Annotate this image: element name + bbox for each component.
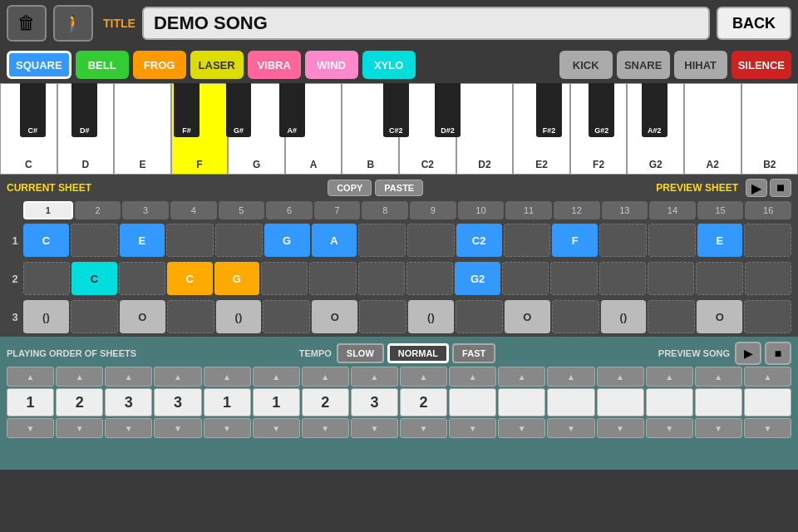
beat-cell-14[interactable]: 14 — [649, 201, 696, 219]
order-value-12[interactable] — [547, 388, 594, 416]
track-1-cell-8[interactable] — [358, 224, 406, 257]
track-3-cell-2[interactable] — [71, 300, 118, 333]
track-3-cell-11[interactable]: O — [505, 300, 550, 333]
piano-black-key-asharp2[interactable]: A#2 — [642, 83, 667, 137]
piano-black-key-asharp[interactable]: A# — [279, 83, 305, 137]
order-up-2[interactable]: ▲ — [56, 367, 103, 387]
track-2-cell-1[interactable] — [23, 262, 70, 295]
beat-cell-9[interactable]: 9 — [410, 201, 456, 219]
order-value-9[interactable]: 2 — [400, 388, 447, 416]
order-down-5[interactable]: ▼ — [204, 418, 251, 438]
beat-cell-3[interactable]: 3 — [122, 201, 169, 219]
instrument-square[interactable]: SQUARE — [7, 51, 71, 79]
order-up-10[interactable]: ▲ — [449, 367, 496, 387]
piano-black-key-csharp2[interactable]: C#2 — [383, 83, 409, 137]
order-value-16[interactable] — [744, 388, 791, 416]
order-down-1[interactable]: ▼ — [7, 418, 54, 438]
track-1-cell-12[interactable]: F — [552, 224, 598, 257]
order-up-13[interactable]: ▲ — [597, 367, 644, 387]
track-2-cell-8[interactable] — [358, 262, 405, 295]
preview-song-stop-button[interactable]: ■ — [765, 342, 791, 365]
order-value-15[interactable] — [695, 388, 742, 416]
track-3-cell-15[interactable]: O — [697, 300, 742, 333]
beat-cell-5[interactable]: 5 — [219, 201, 265, 219]
track-2-cell-10[interactable]: G2 — [455, 262, 500, 295]
track-1-cell-10[interactable]: C2 — [456, 224, 502, 257]
instrument-wind[interactable]: WIND — [305, 51, 358, 79]
track-2-cell-7[interactable] — [309, 262, 356, 295]
beat-cell-11[interactable]: 11 — [505, 201, 552, 219]
order-down-7[interactable]: ▼ — [302, 418, 349, 438]
order-up-12[interactable]: ▲ — [547, 367, 594, 387]
track-2-cell-5[interactable]: G — [214, 262, 259, 295]
instrument-kick[interactable]: KICK — [559, 51, 613, 79]
track-2-cell-2[interactable]: C — [71, 262, 116, 295]
track-2-cell-3[interactable] — [119, 262, 165, 295]
track-2-cell-11[interactable] — [502, 262, 549, 295]
track-1-cell-13[interactable] — [599, 224, 647, 257]
order-down-12[interactable]: ▼ — [547, 418, 594, 438]
beat-cell-1[interactable]: 1 — [23, 201, 73, 219]
instrument-bell[interactable]: BELL — [76, 51, 129, 79]
track-2-cell-12[interactable] — [550, 262, 597, 295]
tempo-normal-button[interactable]: NORMAL — [387, 343, 449, 363]
piano-key-a2[interactable]: A2 — [684, 83, 741, 175]
instrument-silence[interactable]: SILENCE — [732, 51, 791, 79]
instrument-snare[interactable]: SNARE — [617, 51, 670, 79]
beat-cell-13[interactable]: 13 — [602, 201, 648, 219]
instrument-vibra[interactable]: VIBRA — [248, 51, 301, 79]
track-3-cell-7[interactable]: O — [312, 300, 357, 333]
order-value-10[interactable] — [449, 388, 496, 416]
track-1-cell-4[interactable] — [166, 224, 214, 257]
tempo-slow-button[interactable]: SLOW — [337, 343, 384, 363]
beat-cell-8[interactable]: 8 — [362, 201, 408, 219]
piano-black-key-gsharp2[interactable]: G#2 — [589, 83, 614, 137]
beat-cell-6[interactable]: 6 — [266, 201, 313, 219]
beat-cell-12[interactable]: 12 — [554, 201, 600, 219]
track-1-cell-9[interactable] — [407, 224, 455, 257]
order-value-2[interactable]: 2 — [56, 388, 103, 416]
piano-key-d2[interactable]: D2 — [456, 83, 514, 175]
back-button[interactable]: BACK — [717, 7, 791, 40]
piano-black-key-dsharp[interactable]: D# — [71, 83, 97, 137]
order-down-8[interactable]: ▼ — [351, 418, 398, 438]
beat-cell-2[interactable]: 2 — [75, 201, 121, 219]
track-2-cell-13[interactable] — [599, 262, 646, 295]
track-2-cell-14[interactable] — [648, 262, 694, 295]
order-down-3[interactable]: ▼ — [105, 418, 152, 438]
track-3-cell-5[interactable]: () — [216, 300, 262, 333]
track-1-cell-14[interactable] — [648, 224, 696, 257]
order-up-7[interactable]: ▲ — [302, 367, 349, 387]
order-up-15[interactable]: ▲ — [695, 367, 742, 387]
order-value-7[interactable]: 2 — [302, 388, 349, 416]
track-1-cell-2[interactable] — [71, 224, 118, 257]
beat-cell-10[interactable]: 10 — [458, 201, 505, 219]
order-down-13[interactable]: ▼ — [597, 418, 644, 438]
track-2-cell-16[interactable] — [745, 262, 791, 295]
order-value-5[interactable]: 1 — [204, 388, 251, 416]
order-value-8[interactable]: 3 — [351, 388, 398, 416]
order-value-13[interactable] — [597, 388, 644, 416]
beat-cell-7[interactable]: 7 — [314, 201, 361, 219]
order-down-2[interactable]: ▼ — [56, 418, 103, 438]
tempo-fast-button[interactable]: FAST — [452, 343, 495, 363]
order-up-8[interactable]: ▲ — [351, 367, 398, 387]
order-up-3[interactable]: ▲ — [105, 367, 152, 387]
track-3-cell-9[interactable]: () — [408, 300, 454, 333]
order-down-16[interactable]: ▼ — [744, 418, 791, 438]
order-up-6[interactable]: ▲ — [253, 367, 300, 387]
order-up-16[interactable]: ▲ — [744, 367, 791, 387]
piano-key-e[interactable]: E — [114, 83, 171, 175]
track-1-cell-7[interactable]: A — [312, 224, 357, 257]
track-2-cell-15[interactable] — [696, 262, 742, 295]
beat-cell-4[interactable]: 4 — [170, 201, 217, 219]
track-3-cell-16[interactable] — [744, 300, 791, 333]
order-up-1[interactable]: ▲ — [7, 367, 54, 387]
order-up-5[interactable]: ▲ — [204, 367, 251, 387]
piano-black-key-fsharp2[interactable]: F#2 — [536, 83, 562, 137]
order-down-15[interactable]: ▼ — [695, 418, 742, 438]
track-1-cell-5[interactable] — [215, 224, 263, 257]
order-down-6[interactable]: ▼ — [253, 418, 300, 438]
track-1-cell-15[interactable]: E — [697, 224, 743, 257]
track-1-cell-16[interactable] — [744, 224, 791, 257]
